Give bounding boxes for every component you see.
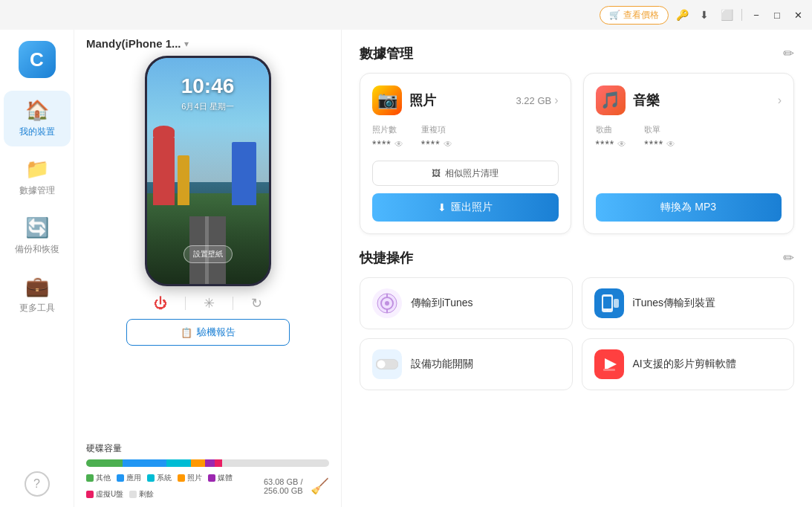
phone-mockup: 10:46 6月4日 星期一 設置壁紙 [145,56,271,286]
svg-point-7 [606,309,608,311]
divider [185,297,186,310]
storage-size: 63.08 GB / 256.00 GB [246,477,303,495]
sidebar-item-data-manage[interactable]: 📁 數據管理 [4,149,71,205]
quick-actions-edit-icon[interactable]: ✏ [783,250,794,266]
device-toggle-label: 設備功能開關 [411,358,473,371]
segment-system [166,459,191,467]
music-card: 🎵 音樂 › 歌曲 **** 👁 [583,73,795,234]
minimize-button[interactable]: − [748,7,764,23]
nav-label-more-tools: 更多工具 [19,302,55,314]
similar-icon: 🖼 [432,168,441,178]
photos-card: 📷 照片 3.22 GB › 照片數 [360,73,571,234]
right-content: 數據管理 ✏ 📷 照片 3.22 GB › [342,30,812,507]
power-icon[interactable]: ⏻ [154,296,167,311]
device-name: Mandy(iPhone 1... [86,37,181,50]
segment-apps [123,459,166,467]
data-management-section: 數據管理 ✏ 📷 照片 3.22 GB › [360,45,794,234]
title-bar: 🛒 查看價格 🔑 ⬇ ⬜ − □ ✕ [0,0,812,30]
legend-system: 系統 [147,473,172,483]
sidebar: C 🏠 我的裝置 📁 數據管理 🔄 備份和恢復 💼 更多工具 ? [0,30,74,507]
flash-icon[interactable]: ✳ [204,295,215,311]
music-title-row: 🎵 音樂 [596,85,660,115]
quick-actions-header: 快捷操作 ✏ [360,249,794,267]
content-row: Mandy(iPhone 1... ▾ [74,30,812,507]
box-icon[interactable]: ⬜ [718,6,735,24]
legend-dot-apps [117,474,124,482]
data-management-edit-icon[interactable]: ✏ [783,45,794,62]
help-button[interactable]: ? [25,471,50,497]
photos-duplicate-stat: 重複項 **** 👁 [421,124,452,150]
download-icon[interactable]: ⬇ [695,6,713,24]
photos-size: 3.22 GB › [516,94,558,107]
legend-dot-photos [178,474,185,482]
close-button[interactable]: ✕ [790,7,806,23]
maximize-button[interactable]: □ [769,7,785,23]
legend-dot-system [147,474,155,482]
photos-stats: 照片數 **** 👁 重複項 **** 👁 [372,124,559,150]
itunes-icon [372,288,402,318]
app-body: C 🏠 我的裝置 📁 數據管理 🔄 備份和恢復 💼 更多工具 ? Mandy(i… [0,30,812,507]
action-ai-video[interactable]: AI支援的影片剪輯軟體 [582,338,795,390]
music-icon: 🎵 [596,85,626,115]
music-card-header: 🎵 音樂 › [596,85,782,115]
nav-label-backup: 備份和恢復 [15,243,59,256]
segment-photos [191,459,206,467]
similar-photos-button[interactable]: 🖼 相似照片清理 [372,161,559,186]
folder-icon: 📁 [25,158,49,181]
svg-point-2 [385,301,389,306]
action-device-toggle[interactable]: 設備功能開關 [360,338,573,390]
music-playlist-eye[interactable]: 👁 [666,139,675,149]
music-song-value: **** 👁 [596,138,627,150]
photos-dup-value: **** 👁 [421,138,452,150]
photos-chevron[interactable]: › [554,94,558,107]
sidebar-item-more-tools[interactable]: 💼 更多工具 [4,267,71,323]
refresh-device-icon[interactable]: ↻ [251,295,262,311]
itunes-to-device-label: iTunes傳輸到裝置 [633,297,716,310]
key-icon[interactable]: 🔑 [673,6,691,24]
photos-count-eye[interactable]: 👁 [394,139,403,149]
help-section: ? [25,471,50,497]
legend-dot-other [86,474,94,482]
music-playlist-stat: 歌單 **** 👁 [644,124,675,150]
ai-video-icon [594,349,624,379]
sidebar-item-backup[interactable]: 🔄 備份和恢復 [4,208,71,264]
storage-section: 硬碟容量 其他 [74,435,341,507]
quick-actions-section: 快捷操作 ✏ [360,249,794,390]
storage-bottom: 其他 應用 系統 照片 [86,473,329,500]
legend-virtual: 虛擬U盤 [86,489,123,500]
sidebar-item-my-device[interactable]: 🏠 我的裝置 [4,91,71,146]
legend-apps: 應用 [117,473,141,483]
export-icon: ⬇ [438,201,446,213]
segment-virtual [215,459,222,467]
storage-title: 硬碟容量 [86,442,329,455]
itunes-to-device-icon [594,288,624,318]
storage-bar [86,459,329,467]
action-itunes-to-device[interactable]: iTunes傳輸到裝置 [582,277,795,329]
action-itunes-transfer[interactable]: 傳輸到iTunes [360,277,573,329]
photos-dup-eye[interactable]: 👁 [444,139,452,149]
music-chevron[interactable]: › [778,94,782,107]
photos-icon: 📷 [372,85,402,115]
ai-video-label: AI支援的影片剪輯軟體 [633,358,736,371]
export-photos-button[interactable]: ⬇ 匯出照片 [372,193,559,222]
music-song-stat: 歌曲 **** 👁 [596,124,627,150]
phone-screen: 10:46 6月4日 星期一 設置壁紙 [147,58,269,284]
photos-count-value: **** 👁 [372,138,403,150]
diagnostics-button[interactable]: 📋 驗機報告 [126,319,290,346]
storage-legend: 其他 應用 系統 照片 [86,473,246,500]
chevron-down-icon[interactable]: ▾ [184,39,189,49]
device-section: Mandy(iPhone 1... ▾ [74,30,342,507]
legend-dot-virtual [86,491,94,498]
music-song-eye[interactable]: 👁 [617,139,626,149]
itunes-transfer-label: 傳輸到iTunes [411,297,473,310]
photos-title-row: 📷 照片 [372,85,436,115]
wallpaper-button[interactable]: 設置壁紙 [183,245,233,263]
nav-label-data-manage: 數據管理 [19,184,55,197]
photos-title: 照片 [409,91,436,109]
toolbox-icon: 💼 [25,275,49,298]
convert-mp3-button[interactable]: 轉換為 MP3 [596,193,782,222]
price-button[interactable]: 🛒 查看價格 [600,6,669,25]
home-icon: 🏠 [25,99,49,122]
clean-button[interactable]: 🧹 [311,473,329,500]
logo: C [15,37,59,82]
